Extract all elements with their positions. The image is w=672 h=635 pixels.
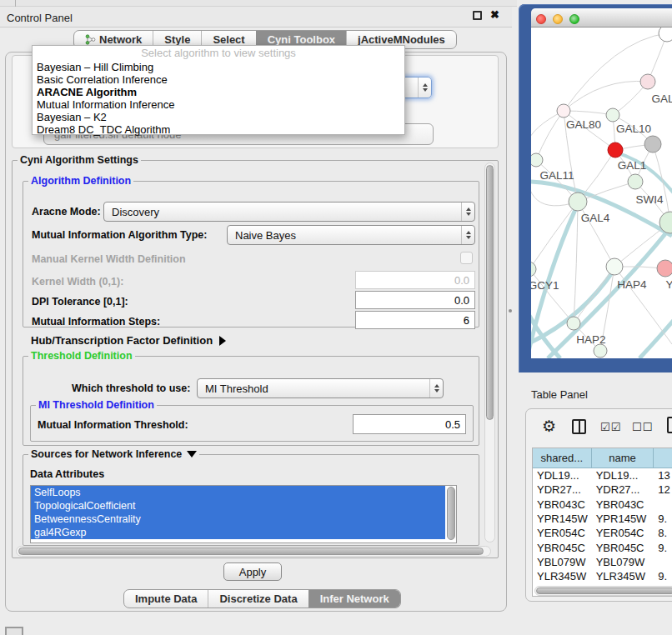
table-rows: YDL19...YDL19...13YDR27...YDR27...12YBR0… xyxy=(533,468,672,597)
network-node-gal1[interactable] xyxy=(608,142,623,158)
network-node[interactable] xyxy=(594,344,607,358)
mi-threshold-label: Mutual Information Threshold: xyxy=(38,419,188,431)
mi-threshold-group: MI Threshold Definition Mutual Informati… xyxy=(30,405,474,442)
algorithm-option[interactable]: Dream8 DC_TDC Algorithm xyxy=(33,123,404,136)
table-cell: 13 xyxy=(654,468,672,482)
close-panel-icon[interactable]: ✖ xyxy=(490,8,499,21)
network-node-gal4[interactable] xyxy=(569,192,587,211)
data-attribute-item[interactable]: gal4RGexp xyxy=(31,526,445,539)
document-icon[interactable] xyxy=(667,417,672,433)
manual-kernel-width-label: Manual Kernel Width Definition xyxy=(32,253,186,265)
tab-label: jActiveMNodules xyxy=(358,33,445,46)
network-node-gal10[interactable] xyxy=(606,108,619,122)
dpi-tolerance-value: 0.0 xyxy=(454,294,469,307)
table-row[interactable]: YBR045CYBR045C9. xyxy=(533,540,672,554)
maximize-window-icon[interactable] xyxy=(569,14,579,24)
table-row[interactable]: YPR145WYPR145W9. xyxy=(533,512,672,526)
which-threshold-value: MI Threshold xyxy=(198,382,429,395)
table-row[interactable]: YLR345WYLR345W9. xyxy=(533,569,672,583)
hub-tf-expander[interactable]: Hub/Transcription Factor Definition xyxy=(31,334,226,347)
apply-button[interactable]: Apply xyxy=(223,562,282,581)
tab-infer-network[interactable]: Infer Network xyxy=(308,590,400,608)
table-column-header[interactable]: name xyxy=(592,448,654,468)
network-node-swi4[interactable] xyxy=(628,174,643,189)
network-node-label: GAL80 xyxy=(566,118,601,131)
minimize-window-icon[interactable] xyxy=(553,14,563,24)
dpi-tolerance-field[interactable]: 0.0 xyxy=(355,291,475,309)
network-node-hap4[interactable] xyxy=(606,258,623,275)
settings-hscrollbar-thumb[interactable] xyxy=(18,548,484,555)
deselect-all-checkboxes-icon[interactable]: ☐☐ xyxy=(632,421,653,433)
table-row[interactable]: YER054CYER054C8. xyxy=(533,526,672,540)
close-window-icon[interactable] xyxy=(536,14,546,24)
table-row[interactable]: YDL19...YDL19...13 xyxy=(533,468,672,482)
algorithm-option[interactable]: Bayesian – K2 xyxy=(33,111,404,123)
network-node-y[interactable] xyxy=(657,260,672,277)
table-cell: 8. xyxy=(654,526,672,540)
manual-kernel-width-checkbox[interactable] xyxy=(460,252,473,264)
data-attributes-list[interactable]: SelfLoopsTopologicalCoefficientBetweenne… xyxy=(30,485,457,543)
columns-icon[interactable] xyxy=(572,419,586,434)
algorithm-definition-title: Algorithm Definition xyxy=(28,175,133,187)
algorithm-option[interactable]: Mutual Information Inference xyxy=(33,98,404,111)
network-node-label: SWI4 xyxy=(635,193,663,206)
table-hscrollbar-track[interactable] xyxy=(534,586,672,596)
tab-label: Impute Data xyxy=(135,592,197,605)
data-attribute-item[interactable]: SelfLoops xyxy=(31,486,445,499)
network-node[interactable] xyxy=(659,28,672,42)
table-cell: YBR043C xyxy=(533,498,592,512)
select-all-checkboxes-icon[interactable]: ☑☑ xyxy=(600,421,621,433)
network-node-label: GAL4 xyxy=(581,212,610,224)
table-cell: YLR345W xyxy=(592,569,654,583)
settings-vscrollbar-thumb[interactable] xyxy=(486,165,494,420)
attr-list-scrollbar[interactable] xyxy=(447,487,455,540)
data-attribute-item[interactable]: BetweennessCentrality xyxy=(31,512,445,526)
mi-steps-label: Mutual Information Steps: xyxy=(32,316,160,328)
algorithm-option[interactable]: ARACNE Algorithm xyxy=(33,86,404,98)
table-cell: 12 xyxy=(654,482,672,497)
network-view-canvas[interactable]: GALGAL80GAL10GAL1GAL11SWI4GAL4GCY1HAP4YH… xyxy=(531,28,672,358)
float-panel-icon[interactable] xyxy=(473,11,482,20)
which-threshold-combo[interactable]: MI Threshold xyxy=(197,378,444,398)
tab-impute-data[interactable]: Impute Data xyxy=(124,590,208,608)
aracne-mode-combo[interactable]: Discovery xyxy=(103,202,475,222)
apply-button-label: Apply xyxy=(239,566,267,578)
table-cell: YPR145W xyxy=(592,512,654,526)
algorithm-option[interactable]: Bayesian – Hill Climbing xyxy=(33,61,404,73)
mi-steps-field[interactable]: 6 xyxy=(355,311,475,329)
algorithm-option[interactable]: Basic Correlation Inference xyxy=(33,73,404,86)
minimized-panel-icon[interactable] xyxy=(5,627,23,635)
settings-hscrollbar-track[interactable] xyxy=(16,546,491,557)
mi-steps-value: 6 xyxy=(464,314,469,327)
sources-group-title: Sources for Network Inference xyxy=(28,448,199,460)
kernel-width-field[interactable]: 0.0 xyxy=(355,271,475,289)
mi-threshold-group-title: MI Threshold Definition xyxy=(36,399,157,411)
network-window-titlebar[interactable] xyxy=(531,8,672,28)
network-node-label: HAP2 xyxy=(576,333,605,346)
network-node-label: Y xyxy=(665,278,672,291)
table-row[interactable]: YBL079WYBL079W xyxy=(533,555,672,569)
tab-discretize-data[interactable]: Discretize Data xyxy=(208,590,308,608)
mi-threshold-field[interactable]: 0.5 xyxy=(353,414,466,434)
table-row[interactable]: YDR27...YDR27...12 xyxy=(533,482,672,497)
network-node-gal[interactable] xyxy=(640,74,655,89)
table-row[interactable]: YBR043CYBR043C xyxy=(533,498,672,512)
network-node-gal80[interactable] xyxy=(557,104,570,118)
table-cell: YLR345W xyxy=(533,569,592,583)
network-node-gal11[interactable] xyxy=(531,153,543,167)
table-cell xyxy=(654,555,672,569)
table-cell: 9. xyxy=(654,540,672,554)
tab-label: Select xyxy=(213,33,244,46)
table-column-header[interactable] xyxy=(654,448,672,468)
network-node-hap2[interactable] xyxy=(567,317,580,330)
network-node[interactable] xyxy=(644,136,661,152)
settings-vscrollbar-track[interactable] xyxy=(484,162,495,542)
data-attribute-item[interactable]: TopologicalCoefficient xyxy=(31,499,445,512)
gear-icon[interactable]: ⚙ xyxy=(542,417,556,436)
mi-algorithm-type-combo[interactable]: Naive Bayes xyxy=(227,225,475,245)
network-node-gcy1[interactable] xyxy=(531,262,536,277)
table-hscrollbar-thumb[interactable] xyxy=(536,588,672,594)
node-table[interactable]: shared...name YDL19...YDL19...13YDR27...… xyxy=(532,448,672,597)
table-column-header[interactable]: shared... xyxy=(533,448,592,468)
splitpane-handle[interactable] xyxy=(509,309,512,312)
